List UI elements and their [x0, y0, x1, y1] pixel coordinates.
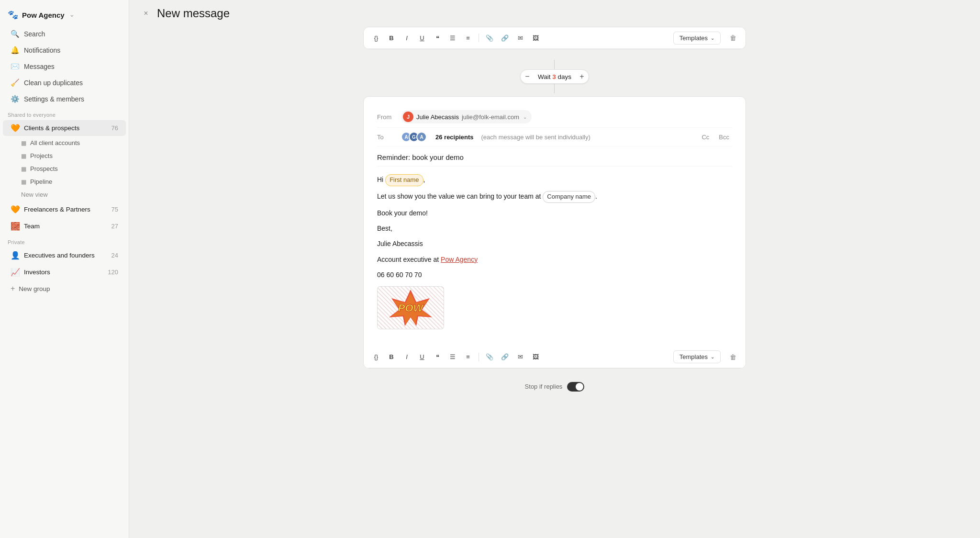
sidebar-sub-all-client-accounts[interactable]: ▦ All client accounts — [3, 137, 126, 149]
sidebar-group-freelancers[interactable]: 🧡 Freelancers & Partners 75 — [3, 202, 126, 217]
sidebar-item-notifications[interactable]: 🔔 Notifications — [3, 43, 126, 58]
team-label: Team — [24, 223, 108, 230]
pow-image: POW — [377, 286, 444, 329]
sidebar: 🐾 Pow Agency ⌄ 🔍 Search 🔔 Notifications … — [0, 0, 129, 538]
private-section-label: Private — [0, 235, 129, 247]
delete-button[interactable]: 🗑 — [726, 31, 740, 45]
team-emoji: 🧱 — [11, 222, 20, 231]
email-button[interactable]: ✉ — [513, 31, 527, 45]
sidebar-item-settings[interactable]: ⚙️ Settings & members — [3, 91, 126, 107]
email-button-bottom[interactable]: ✉ — [513, 350, 527, 364]
bold-button-bottom[interactable]: B — [385, 350, 398, 364]
sidebar-item-label: Clean up duplicates — [24, 79, 83, 87]
underline-button[interactable]: U — [415, 31, 429, 45]
email-toolbar-bottom: {} B I U ❝ ☰ ≡ 📎 🔗 ✉ 🖼 Templates ⌄ 🗑 — [364, 347, 746, 368]
page-title: New message — [157, 7, 230, 20]
grid-icon: ▦ — [21, 153, 26, 159]
wait-plus-button[interactable]: + — [575, 70, 589, 83]
sidebar-item-label: Search — [24, 30, 45, 38]
executives-emoji: 👤 — [11, 251, 20, 260]
from-row: From J Julie Abecassis julie@folk-email.… — [377, 106, 732, 128]
sig-title-line: Account executive at Pow Agency — [377, 254, 732, 265]
templates-chevron-bottom: ⌄ — [711, 354, 714, 359]
sidebar-sub-pipeline[interactable]: ▦ Pipeline — [3, 176, 126, 188]
attach-button-bottom[interactable]: 📎 — [483, 350, 496, 364]
message-icon: ✉️ — [11, 62, 19, 71]
body-text-after-company: . — [595, 192, 597, 200]
image-button-bottom[interactable]: 🖼 — [529, 350, 542, 364]
toggle-knob — [576, 383, 583, 391]
company-name-variable[interactable]: Company name — [543, 191, 595, 203]
from-label: From — [377, 113, 396, 121]
sig-name: Julie Abecassis — [377, 238, 732, 249]
svg-text:POW: POW — [398, 302, 424, 314]
valediction: Best, — [377, 223, 732, 234]
first-name-variable[interactable]: First name — [385, 174, 423, 186]
recipient-avatar-3: A — [416, 132, 427, 142]
new-group-button[interactable]: + New group — [3, 281, 126, 296]
templates-label-bottom: Templates — [679, 353, 708, 360]
bcc-button[interactable]: Bcc — [716, 133, 732, 142]
sub-item-label: Pipeline — [30, 178, 52, 185]
wait-line-bottom — [554, 84, 555, 93]
sig-phone: 06 60 60 70 70 — [377, 269, 732, 280]
new-group-label: New group — [19, 285, 50, 292]
workspace-selector[interactable]: 🐾 Pow Agency ⌄ — [0, 6, 129, 26]
stop-replies-label: Stop if replies — [525, 383, 563, 390]
toolbar-divider-bottom — [479, 353, 479, 361]
sidebar-sub-projects[interactable]: ▦ Projects — [3, 150, 126, 162]
link-button-bottom[interactable]: 🔗 — [498, 350, 512, 364]
close-button[interactable]: × — [141, 8, 151, 19]
sidebar-item-messages[interactable]: ✉️ Messages — [3, 59, 126, 74]
bullet-list-button-bottom[interactable]: ☰ — [446, 350, 459, 364]
new-view-button[interactable]: New view — [3, 189, 126, 201]
numbered-list-button-bottom[interactable]: ≡ — [461, 350, 475, 364]
sidebar-item-search[interactable]: 🔍 Search — [3, 26, 126, 42]
italic-button[interactable]: I — [400, 31, 413, 45]
executives-label: Executives and founders — [24, 252, 108, 259]
email-body: From J Julie Abecassis julie@folk-email.… — [364, 97, 746, 347]
wait-indicator: − Wait 3 days + — [520, 57, 589, 96]
freelancers-count: 75 — [111, 206, 118, 213]
cc-button[interactable]: Cc — [699, 133, 712, 142]
sidebar-item-label: Messages — [24, 63, 55, 70]
investors-count: 120 — [108, 269, 118, 276]
code-button[interactable]: {} — [369, 31, 383, 45]
sidebar-group-investors[interactable]: 📈 Investors 120 — [3, 264, 126, 280]
sidebar-item-clean-duplicates[interactable]: 🧹 Clean up duplicates — [3, 75, 126, 90]
main-area: × New message {} B I U ❝ ☰ ≡ 📎 🔗 ✉ 🖼 Tem — [129, 0, 980, 538]
email-subject[interactable]: Reminder: book your demo — [377, 146, 732, 167]
code-button-bottom[interactable]: {} — [369, 350, 383, 364]
sidebar-sub-prospects[interactable]: ▦ Prospects — [3, 163, 126, 175]
numbered-list-button[interactable]: ≡ — [461, 31, 475, 45]
sidebar-group-team[interactable]: 🧱 Team 27 — [3, 218, 126, 234]
delete-button-bottom[interactable]: 🗑 — [726, 350, 740, 364]
sub-item-label: Projects — [30, 152, 53, 159]
templates-button[interactable]: Templates ⌄ — [673, 32, 721, 45]
image-button[interactable]: 🖼 — [529, 31, 542, 45]
recipient-avatars: A G A — [401, 132, 427, 142]
wait-minus-button[interactable]: − — [521, 70, 534, 83]
recipient-count: 26 recipients — [435, 134, 474, 141]
templates-chevron: ⌄ — [711, 35, 714, 41]
sidebar-group-clients-prospects[interactable]: 🧡 Clients & prospects 76 — [3, 120, 126, 136]
templates-button-bottom[interactable]: Templates ⌄ — [673, 350, 721, 363]
stop-replies-toggle[interactable] — [567, 382, 584, 392]
quote-button[interactable]: ❝ — [431, 31, 444, 45]
underline-button-bottom[interactable]: U — [415, 350, 429, 364]
sidebar-group-executives[interactable]: 👤 Executives and founders 24 — [3, 247, 126, 263]
sender-selector[interactable]: J Julie Abecassis julie@folk-email.com ⌄ — [401, 110, 532, 123]
attach-button[interactable]: 📎 — [483, 31, 496, 45]
clients-prospects-count: 76 — [111, 124, 118, 132]
grid-icon: ▦ — [21, 166, 26, 172]
quote-button-bottom[interactable]: ❝ — [431, 350, 444, 364]
sig-link[interactable]: Pow Agency — [441, 256, 478, 263]
email-greeting: Hi First name, — [377, 174, 732, 186]
freelancers-label: Freelancers & Partners — [24, 206, 108, 213]
bold-button[interactable]: B — [385, 31, 398, 45]
link-button[interactable]: 🔗 — [498, 31, 512, 45]
italic-button-bottom[interactable]: I — [400, 350, 413, 364]
bullet-list-button[interactable]: ☰ — [446, 31, 459, 45]
email-content: Hi First name, Let us show you the value… — [377, 167, 732, 337]
sender-email: julie@folk-email.com — [462, 113, 519, 121]
